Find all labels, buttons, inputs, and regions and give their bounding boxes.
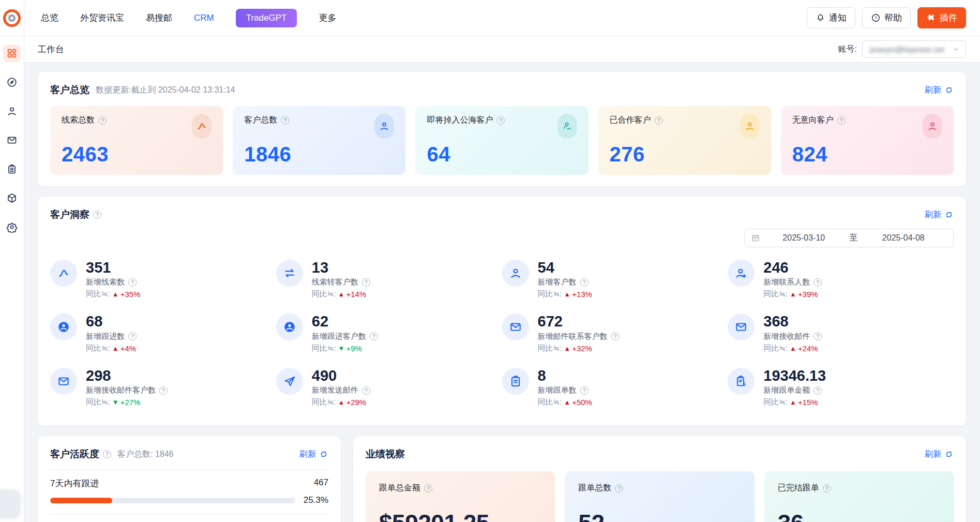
help-icon[interactable]	[813, 386, 822, 395]
perf-value: 36	[778, 509, 940, 522]
trend-change: +29%	[346, 398, 366, 407]
date-start-input[interactable]: 2025-03-10	[760, 233, 848, 243]
trend-arrow: ▲	[338, 398, 345, 406]
stat-card-leads[interactable]: 线索总数 2463	[50, 106, 223, 175]
mail-icon	[728, 314, 755, 340]
date-end-input[interactable]: 2025-04-08	[860, 233, 947, 243]
trend-change: +24%	[798, 344, 818, 353]
clipboard-dollar-icon: $	[728, 368, 755, 395]
metric-value: 351	[86, 260, 140, 275]
metric-label: 新增线索数	[86, 277, 125, 287]
perf-card-total-orders[interactable]: 跟单总数 52	[565, 471, 754, 522]
perf-value: $59201.25	[379, 509, 541, 522]
nav-item-overview[interactable]: 总览	[41, 12, 58, 24]
stat-card-public-pool[interactable]: 即将掉入公海客户 64	[415, 106, 588, 175]
plugin-button[interactable]: 插件	[917, 7, 966, 28]
metric-email-contacted-customers: 672 新增邮件联系客户数 同比≒:▲+32%	[502, 306, 728, 360]
perf-value: 52	[578, 509, 741, 522]
sidebar-item-orders[interactable]	[3, 160, 21, 178]
nav-item-more[interactable]: 更多	[319, 12, 336, 24]
help-icon[interactable]	[128, 332, 137, 340]
compare-label: 同比≒:	[763, 397, 788, 407]
help-icon[interactable]	[615, 484, 623, 493]
metric-label: 新增跟单金额	[763, 385, 810, 395]
help-icon[interactable]	[823, 484, 831, 493]
help-icon[interactable]	[655, 116, 663, 125]
metric-received-emails: 368 新增接收邮件 同比≒:▲+24%	[728, 306, 954, 360]
notifications-button[interactable]: 通知	[807, 7, 855, 28]
help-icon[interactable]	[281, 116, 289, 125]
date-separator: 至	[848, 233, 860, 244]
chat-widget[interactable]	[0, 490, 20, 517]
metric-new-customers: 54 新增客户数 同比≒:▲+13%	[502, 252, 728, 306]
stat-label: 已合作客户	[610, 115, 651, 126]
performance-refresh-button[interactable]: 刷新	[925, 449, 954, 460]
metric-label: 新增发送邮件	[312, 385, 358, 395]
route-icon	[50, 260, 77, 287]
trend-badge: ▲+29%	[338, 398, 367, 407]
trend-change: +14%	[346, 290, 366, 299]
help-icon[interactable]	[362, 386, 370, 395]
perf-card-completed-orders[interactable]: 已完结跟单 36	[764, 471, 954, 522]
nav-item-tradegpt[interactable]: TradeGPT	[236, 9, 297, 27]
help-icon[interactable]	[93, 211, 101, 219]
sidebar-item-dashboard[interactable]	[3, 44, 21, 62]
help-button[interactable]: ? 帮助	[862, 7, 911, 28]
activity-row-value: 467	[314, 478, 328, 489]
app-logo-icon[interactable]	[3, 9, 21, 27]
activity-row-label: 7天内有跟进	[50, 478, 99, 489]
nav-item-easy-mail[interactable]: 易搜邮	[146, 12, 172, 24]
help-icon[interactable]	[837, 116, 846, 125]
help-icon[interactable]	[424, 484, 432, 493]
performance-title: 业绩视察	[366, 448, 405, 461]
account-select[interactable]: jxiaoyin@topease.net	[862, 40, 966, 58]
insight-metric-grid: 351 新增线索数 同比≒:▲+35% 13 线索转客户数 同比≒:▲+14%	[50, 252, 954, 414]
help-icon[interactable]	[496, 116, 505, 125]
sidebar-item-products[interactable]	[3, 189, 21, 207]
mail-icon	[502, 314, 529, 340]
help-icon[interactable]	[611, 332, 620, 340]
svg-text:$: $	[743, 382, 746, 387]
help-icon[interactable]	[159, 386, 168, 395]
content-column: 工作台 账号: jxiaoyin@topease.net 客户总览 数据更新:截…	[24, 36, 980, 522]
metric-new-orders: 8 新增跟单数 同比≒:▲+50%	[502, 361, 728, 414]
insight-title: 客户洞察	[50, 208, 89, 221]
sidebar-item-customers[interactable]	[3, 102, 21, 120]
sidebar-item-settings[interactable]	[3, 218, 21, 236]
stat-value: 276	[610, 143, 760, 166]
help-icon[interactable]	[813, 278, 822, 287]
perf-card-total-amount[interactable]: 跟单总金额 $59201.25	[366, 471, 555, 522]
help-icon[interactable]	[813, 332, 822, 340]
overview-refresh-button[interactable]: 刷新	[925, 85, 954, 96]
send-icon	[276, 368, 303, 395]
metric-value: 54	[538, 260, 592, 275]
refresh-label: 刷新	[925, 449, 941, 460]
sidebar-item-discover[interactable]	[3, 73, 21, 91]
sidebar-item-mail[interactable]	[3, 131, 21, 149]
activity-row-percent: 25.3%	[295, 495, 328, 505]
help-icon[interactable]	[98, 116, 107, 125]
stat-card-customers[interactable]: 客户总数 1846	[233, 106, 405, 175]
nav-item-trade-info[interactable]: 外贸资讯宝	[80, 12, 124, 24]
nav-item-crm[interactable]: CRM	[194, 13, 214, 23]
help-icon[interactable]	[370, 332, 378, 340]
refresh-label: 刷新	[299, 449, 316, 460]
date-range-picker[interactable]: 2025-03-10 至 2025-04-08	[744, 229, 954, 247]
activity-refresh-button[interactable]: 刷新	[299, 449, 328, 460]
insight-refresh-button[interactable]: 刷新	[925, 210, 954, 220]
help-icon[interactable]	[128, 278, 137, 287]
sub-header: 工作台 账号: jxiaoyin@topease.net	[24, 36, 980, 63]
stat-card-cooperating[interactable]: 已合作客户 276	[598, 106, 771, 175]
help-icon[interactable]	[580, 278, 589, 287]
stat-value: 824	[792, 143, 942, 166]
help-icon[interactable]	[362, 278, 370, 287]
metric-label: 新增接收邮件	[763, 332, 810, 341]
compare-label: 同比≒:	[312, 397, 336, 407]
metric-new-followups: 68 新增跟进数 同比≒:▲+4%	[50, 306, 276, 360]
stat-card-no-intent[interactable]: 无意向客户 824	[781, 106, 954, 175]
mail-icon	[6, 135, 18, 146]
help-icon[interactable]	[103, 450, 111, 458]
help-icon[interactable]	[580, 386, 589, 395]
user-icon	[502, 260, 529, 287]
trend-arrow: ▼	[338, 345, 345, 352]
